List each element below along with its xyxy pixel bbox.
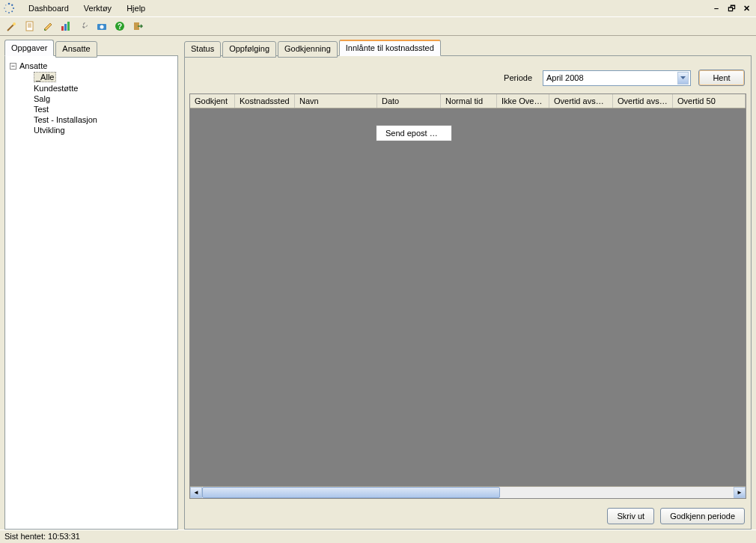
tree-item-kundestotte[interactable]: Kundestøtte bbox=[32, 83, 174, 93]
menu-help[interactable]: Hjelp bbox=[119, 1, 153, 15]
scroll-thumb[interactable] bbox=[202, 487, 500, 498]
svg-point-5 bbox=[5, 10, 7, 12]
context-menu-send-epost[interactable]: Send epost … bbox=[376, 125, 452, 141]
period-label: Periode bbox=[504, 73, 532, 82]
app-spinner-icon bbox=[3, 2, 15, 14]
svg-point-4 bbox=[8, 12, 10, 13]
tab-godkjenning[interactable]: Godkjenning bbox=[278, 41, 338, 58]
tree-item-label: _Alle bbox=[34, 72, 56, 82]
col-dato[interactable]: Dato bbox=[377, 94, 441, 108]
col-navn[interactable]: Navn bbox=[295, 94, 377, 108]
fetch-button[interactable]: Hent bbox=[698, 70, 745, 86]
col-overtid-50[interactable]: Overtid 50 bbox=[673, 94, 746, 108]
tool-camera-icon[interactable] bbox=[94, 19, 109, 34]
tool-exit-icon[interactable] bbox=[130, 19, 145, 34]
svg-point-10 bbox=[44, 29, 46, 31]
tree-item-test-install[interactable]: Test - Installasjon bbox=[32, 114, 174, 125]
minimize-icon[interactable]: – bbox=[711, 4, 722, 13]
menu-tools[interactable]: Verktøy bbox=[76, 1, 119, 15]
col-overtid-avspas[interactable]: Overtid avspas. bbox=[613, 94, 673, 108]
tree-item-alle[interactable]: _Alle bbox=[32, 71, 174, 83]
scroll-right-icon[interactable]: ► bbox=[734, 487, 746, 498]
scroll-track[interactable] bbox=[202, 487, 734, 498]
col-overtid-avspas-5[interactable]: Overtid avspas. 5 bbox=[549, 94, 613, 108]
right-tab-panel: Periode April 2008 Hent Godkjent Kostnad… bbox=[184, 55, 752, 530]
status-text: Sist hentet: 10:53:31 bbox=[4, 532, 80, 541]
svg-point-3 bbox=[11, 10, 13, 12]
left-tab-strip: Oppgaver Ansatte bbox=[4, 40, 178, 56]
tree-item-test[interactable]: Test bbox=[32, 104, 174, 114]
svg-point-7 bbox=[5, 4, 6, 5]
svg-point-15 bbox=[100, 25, 104, 29]
svg-text:?: ? bbox=[118, 22, 122, 31]
svg-point-1 bbox=[11, 4, 13, 6]
employee-tree: − Ansatte _Alle Kundestøtte Salg Test Te… bbox=[7, 58, 176, 138]
svg-rect-12 bbox=[64, 24, 67, 31]
tool-bars-icon[interactable] bbox=[58, 19, 73, 34]
tool-wand-icon[interactable] bbox=[4, 19, 19, 34]
left-pane: Oppgaver Ansatte − Ansatte _Alle Kundest… bbox=[0, 36, 181, 530]
svg-rect-9 bbox=[26, 22, 33, 31]
horizontal-scrollbar[interactable]: ◄ ► bbox=[190, 486, 746, 498]
period-combo-value: April 2008 bbox=[546, 73, 584, 82]
tree-item-label: Utvikling bbox=[34, 126, 65, 135]
main-split: Oppgaver Ansatte − Ansatte _Alle Kundest… bbox=[0, 36, 756, 530]
right-tab-strip: Status Oppfølging Godkjenning Innlånte t… bbox=[184, 40, 752, 56]
print-button[interactable]: Skriv ut bbox=[607, 508, 654, 524]
tab-oppfolging[interactable]: Oppfølging bbox=[222, 41, 276, 58]
svg-point-6 bbox=[4, 7, 4, 8]
period-combo[interactable]: April 2008 bbox=[543, 70, 691, 86]
restore-icon[interactable]: 🗗 bbox=[726, 4, 737, 13]
grid-header: Godkjent Kostnadssted Navn Dato Normal t… bbox=[190, 94, 746, 108]
chevron-down-icon[interactable] bbox=[677, 72, 689, 85]
right-pane: Status Oppfølging Godkjenning Innlånte t… bbox=[181, 36, 756, 530]
tree-root-label: Ansatte bbox=[19, 61, 47, 70]
tree-item-label: Test - Installasjon bbox=[34, 115, 97, 124]
scroll-left-icon[interactable]: ◄ bbox=[190, 487, 202, 498]
tool-document-icon[interactable] bbox=[22, 19, 37, 34]
menu-dashboard[interactable]: Dashboard bbox=[21, 1, 76, 15]
svg-point-2 bbox=[13, 7, 14, 9]
tree-item-label: Kundestøtte bbox=[34, 84, 78, 93]
grid-body[interactable]: Send epost … bbox=[190, 108, 746, 486]
tool-edit-icon[interactable] bbox=[40, 19, 55, 34]
tab-ansatte[interactable]: Ansatte bbox=[55, 41, 97, 58]
grid: Godkjent Kostnadssted Navn Dato Normal t… bbox=[189, 93, 746, 499]
col-normaltid[interactable]: Normal tid bbox=[441, 94, 497, 108]
status-bar: Sist hentet: 10:53:31 bbox=[0, 530, 756, 543]
svg-point-0 bbox=[8, 3, 10, 5]
tree-item-label: Test bbox=[34, 105, 49, 114]
close-icon[interactable]: ✕ bbox=[741, 4, 752, 13]
window-controls: – 🗗 ✕ bbox=[711, 4, 756, 13]
tree-item-salg[interactable]: Salg bbox=[32, 93, 174, 104]
tree-item-label: Salg bbox=[34, 94, 50, 103]
tree-root[interactable]: − Ansatte bbox=[8, 61, 174, 71]
col-ikkeovertid[interactable]: Ikke Overtid bbox=[497, 94, 549, 108]
left-tab-panel: − Ansatte _Alle Kundestøtte Salg Test Te… bbox=[4, 55, 178, 530]
tree-item-utvikling[interactable]: Utvikling bbox=[32, 125, 174, 135]
tab-innlante[interactable]: Innlånte til kostnadssted bbox=[339, 40, 441, 56]
tool-wrench-icon[interactable] bbox=[76, 19, 91, 34]
tab-oppgaver[interactable]: Oppgaver bbox=[4, 40, 54, 56]
approve-period-button[interactable]: Godkjenn periode bbox=[660, 508, 745, 524]
svg-point-8 bbox=[13, 22, 16, 25]
tab-status[interactable]: Status bbox=[184, 41, 221, 58]
bottom-button-row: Skriv ut Godkjenn periode bbox=[185, 502, 751, 529]
tool-help-icon[interactable]: ? bbox=[112, 19, 127, 34]
svg-rect-13 bbox=[67, 22, 70, 31]
menubar: Dashboard Verktøy Hjelp – 🗗 ✕ bbox=[0, 0, 756, 16]
col-kostnadssted[interactable]: Kostnadssted bbox=[235, 94, 295, 108]
collapse-icon[interactable]: − bbox=[10, 63, 16, 70]
toolbar: ? bbox=[0, 16, 756, 36]
svg-rect-11 bbox=[61, 26, 64, 31]
col-godkjent[interactable]: Godkjent bbox=[190, 94, 235, 108]
period-row: Periode April 2008 Hent bbox=[185, 56, 751, 93]
